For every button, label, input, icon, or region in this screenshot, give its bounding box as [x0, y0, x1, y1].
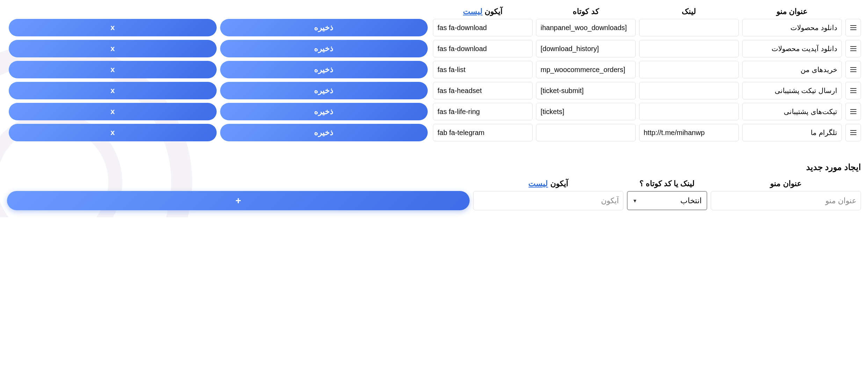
title-input[interactable] — [742, 61, 842, 78]
new-header-icon: آیکون لیست — [473, 179, 623, 188]
new-icon-input[interactable] — [473, 191, 623, 210]
header-icon: آیکون لیست — [433, 7, 533, 16]
drag-handle-icon[interactable] — [845, 19, 861, 36]
link-type-select[interactable]: انتخاب ▼ — [627, 191, 707, 210]
new-header-icon-prefix: آیکون — [550, 179, 568, 188]
add-button[interactable]: + — [7, 191, 470, 210]
icon-list-link[interactable]: لیست — [463, 7, 483, 16]
drag-handle-icon[interactable] — [845, 40, 861, 57]
drag-handle-icon[interactable] — [845, 61, 861, 78]
shortcode-input[interactable] — [536, 103, 636, 120]
title-input[interactable] — [742, 103, 842, 120]
menu-row: ذخیره x — [7, 82, 861, 99]
link-input[interactable] — [639, 82, 739, 99]
drag-handle-icon[interactable] — [845, 103, 861, 120]
row-actions: ذخیره x — [7, 40, 429, 57]
link-input[interactable] — [639, 103, 739, 120]
chevron-down-icon: ▼ — [632, 198, 637, 204]
shortcode-input[interactable] — [536, 61, 636, 78]
row-actions: ذخیره x — [7, 103, 429, 120]
icon-input[interactable] — [433, 124, 533, 141]
icon-input[interactable] — [433, 61, 533, 78]
new-header-title: عنوان منو — [711, 179, 861, 188]
row-actions: ذخیره x — [7, 61, 429, 78]
header-actions — [7, 7, 429, 16]
link-input[interactable] — [639, 124, 739, 141]
save-button[interactable]: ذخیره — [220, 19, 428, 36]
link-input[interactable] — [639, 61, 739, 78]
row-actions: ذخیره x — [7, 82, 429, 99]
icon-input[interactable] — [433, 19, 533, 36]
drag-handle-icon[interactable] — [845, 124, 861, 141]
title-input[interactable] — [742, 82, 842, 99]
save-button[interactable]: ذخیره — [220, 40, 428, 57]
title-input[interactable] — [742, 124, 842, 141]
new-header-linktype: لینک یا کد کوتاه ؟ — [627, 179, 707, 188]
shortcode-input[interactable] — [536, 82, 636, 99]
save-button[interactable]: ذخیره — [220, 103, 428, 120]
delete-button[interactable]: x — [9, 124, 217, 141]
row-actions: ذخیره x — [7, 19, 429, 36]
title-input[interactable] — [742, 19, 842, 36]
drag-handle-icon[interactable] — [845, 82, 861, 99]
header-link: لینک — [639, 7, 739, 16]
new-title-input[interactable] — [711, 191, 861, 210]
new-item-row: انتخاب ▼ + — [7, 191, 861, 210]
header-shortcode: کد کوتاه — [536, 7, 636, 16]
save-button[interactable]: ذخیره — [220, 124, 428, 141]
shortcode-input[interactable] — [536, 40, 636, 57]
shortcode-input[interactable] — [536, 19, 636, 36]
icon-input[interactable] — [433, 40, 533, 57]
new-icon-list-link[interactable]: لیست — [528, 179, 548, 188]
menu-row: ذخیره x — [7, 61, 861, 78]
delete-button[interactable]: x — [9, 40, 217, 57]
save-button[interactable]: ذخیره — [220, 61, 428, 78]
delete-button[interactable]: x — [9, 61, 217, 78]
column-headers: عنوان منو لینک کد کوتاه آیکون لیست — [7, 7, 861, 16]
menu-row: ذخیره x — [7, 124, 861, 141]
title-input[interactable] — [742, 40, 842, 57]
delete-button[interactable]: x — [9, 103, 217, 120]
menu-row: ذخیره x — [7, 103, 861, 120]
link-input[interactable] — [639, 19, 739, 36]
shortcode-input[interactable] — [536, 124, 636, 141]
menu-row: ذخیره x — [7, 40, 861, 57]
row-actions: ذخیره x — [7, 124, 429, 141]
header-icon-prefix: آیکون — [485, 7, 502, 16]
select-value: انتخاب — [680, 196, 702, 205]
save-button[interactable]: ذخیره — [220, 82, 428, 99]
icon-input[interactable] — [433, 103, 533, 120]
link-input[interactable] — [639, 40, 739, 57]
delete-button[interactable]: x — [9, 19, 217, 36]
header-menu-title: عنوان منو — [742, 7, 842, 16]
icon-input[interactable] — [433, 82, 533, 99]
new-item-heading: ایجاد مورد جدید — [7, 162, 861, 172]
menu-row: ذخیره x — [7, 19, 861, 36]
new-item-headers: عنوان منو لینک یا کد کوتاه ؟ آیکون لیست — [7, 179, 861, 188]
delete-button[interactable]: x — [9, 82, 217, 99]
new-header-action — [7, 179, 470, 188]
